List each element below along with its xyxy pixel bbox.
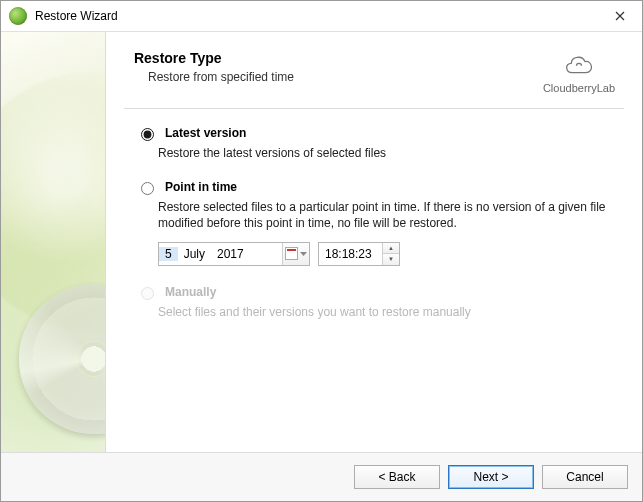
brand-label: CloudberryLab — [534, 82, 624, 94]
sidebar-illustration — [1, 32, 105, 452]
body: Restore Type Restore from specified time… — [1, 32, 642, 452]
option-latest-row[interactable]: Latest version — [136, 125, 620, 141]
radio-latest-version[interactable] — [141, 128, 154, 141]
window-title: Restore Wizard — [35, 9, 118, 23]
restore-options: Latest version Restore the latest versio… — [134, 125, 624, 320]
option-point-in-time: Point in time Restore selected files to … — [136, 179, 620, 265]
option-latest-label: Latest version — [165, 126, 246, 140]
page-title: Restore Type — [134, 50, 294, 66]
time-spinner[interactable]: ▲ ▼ — [382, 243, 399, 265]
restore-wizard-window: Restore Wizard Restore Type Restore from… — [0, 0, 643, 502]
cloud-icon — [562, 50, 596, 80]
radio-manually — [141, 287, 154, 300]
header-text: Restore Type Restore from specified time — [134, 50, 294, 84]
option-manually-label: Manually — [165, 285, 216, 299]
option-latest-desc: Restore the latest versions of selected … — [158, 145, 620, 161]
radio-point-in-time[interactable] — [141, 182, 154, 195]
option-manually: Manually Select files and their versions… — [136, 284, 620, 320]
option-latest-version: Latest version Restore the latest versio… — [136, 125, 620, 161]
footer: < Back Next > Cancel — [1, 452, 642, 501]
option-point-row[interactable]: Point in time — [136, 179, 620, 195]
next-button[interactable]: Next > — [448, 465, 534, 489]
time-value[interactable]: 18:18:23 — [319, 247, 382, 261]
page-subtitle: Restore from specified time — [148, 70, 294, 84]
titlebar: Restore Wizard — [1, 1, 642, 32]
date-month[interactable]: July — [178, 247, 211, 261]
date-day[interactable]: 5 — [159, 247, 178, 261]
brand-logo: CloudberryLab — [534, 50, 624, 94]
header-row: Restore Type Restore from specified time… — [134, 50, 624, 94]
option-manually-row: Manually — [136, 284, 620, 300]
time-picker[interactable]: 18:18:23 ▲ ▼ — [318, 242, 400, 266]
calendar-icon — [285, 247, 298, 260]
spinner-down[interactable]: ▼ — [383, 254, 399, 265]
option-point-label: Point in time — [165, 180, 237, 194]
option-point-desc: Restore selected files to a particular p… — [158, 199, 620, 231]
close-icon — [615, 11, 625, 21]
calendar-dropdown-button[interactable] — [282, 243, 309, 265]
close-button[interactable] — [597, 1, 642, 31]
option-manually-desc: Select files and their versions you want… — [158, 304, 620, 320]
separator — [124, 108, 624, 109]
date-year[interactable]: 2017 — [211, 247, 250, 261]
app-icon — [9, 7, 27, 25]
back-button[interactable]: < Back — [354, 465, 440, 489]
cancel-button[interactable]: Cancel — [542, 465, 628, 489]
spinner-up[interactable]: ▲ — [383, 243, 399, 255]
chevron-down-icon — [300, 252, 307, 256]
date-picker[interactable]: 5 July 2017 — [158, 242, 310, 266]
datetime-row: 5 July 2017 18:18:23 ▲ — [158, 242, 620, 266]
main-panel: Restore Type Restore from specified time… — [105, 32, 642, 452]
